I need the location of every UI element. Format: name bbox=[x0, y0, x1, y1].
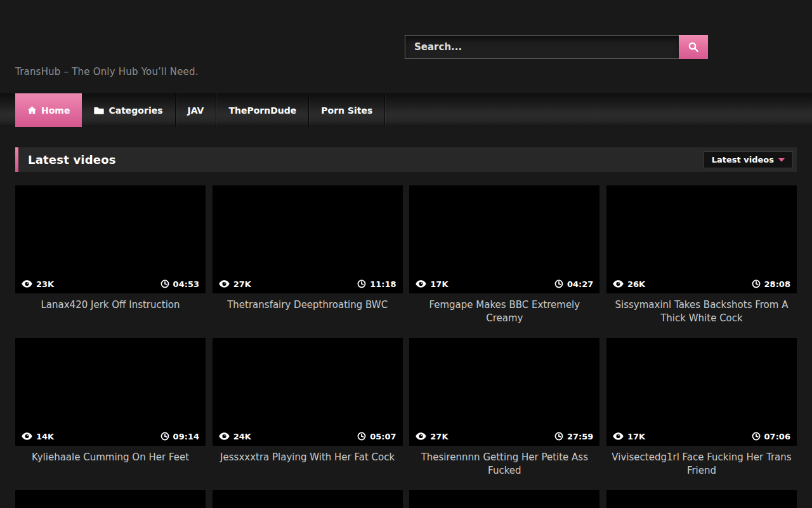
nav-item-label: JAV bbox=[188, 105, 204, 116]
video-title[interactable]: Sissymaxinl Takes Backshots From A Thick… bbox=[606, 298, 797, 325]
site-tagline: TransHub – The Only Hub You’ll Need. bbox=[15, 66, 199, 77]
eye-icon bbox=[22, 432, 32, 440]
video-duration: 04:53 bbox=[160, 279, 199, 289]
video-card[interactable] bbox=[213, 490, 403, 508]
clock-icon bbox=[160, 279, 169, 288]
video-views: 27K bbox=[219, 279, 251, 289]
video-card[interactable]: 27K 27:59 Thesirennnn Getting Her Petite… bbox=[409, 338, 599, 478]
home-icon bbox=[27, 105, 37, 115]
sort-dropdown-value: Latest videos bbox=[712, 155, 774, 164]
clock-icon bbox=[357, 432, 366, 441]
video-thumbnail[interactable]: 17K 04:27 bbox=[409, 185, 599, 293]
nav-item-home[interactable]: Home bbox=[15, 93, 82, 127]
nav-item-label: Categories bbox=[108, 105, 162, 116]
video-stats-bar: 14K 09:14 bbox=[15, 427, 206, 446]
video-views: 17K bbox=[613, 432, 645, 441]
video-card[interactable] bbox=[409, 490, 599, 508]
video-title[interactable]: Kyliehaale Cumming On Her Feet bbox=[15, 451, 206, 478]
nav-item-theporndude[interactable]: ThePornDude bbox=[216, 93, 309, 127]
eye-icon bbox=[219, 432, 230, 440]
video-duration: 09:14 bbox=[160, 432, 199, 441]
video-views: 23K bbox=[22, 279, 54, 289]
nav-item-categories[interactable]: Categories bbox=[82, 93, 175, 127]
video-thumbnail[interactable] bbox=[409, 490, 599, 508]
video-stats-bar: 23K 04:53 bbox=[15, 274, 206, 293]
video-title[interactable]: Thesirennnn Getting Her Petite Ass Fucke… bbox=[409, 451, 599, 478]
video-thumbnail[interactable]: 23K 04:53 bbox=[15, 185, 206, 293]
video-thumbnail[interactable] bbox=[15, 490, 206, 508]
clock-icon bbox=[357, 279, 366, 288]
sort-dropdown[interactable]: Latest videos bbox=[704, 151, 793, 168]
section-title: Latest videos bbox=[28, 153, 116, 166]
video-views: 17K bbox=[416, 279, 448, 289]
video-duration: 28:08 bbox=[752, 279, 790, 289]
video-title[interactable]: Thetransfairy Deepthroating BWC bbox=[213, 298, 403, 325]
video-title[interactable]: Jessxxxtra Playing With Her Fat Cock bbox=[213, 451, 403, 478]
video-views: 26K bbox=[613, 279, 645, 289]
eye-icon bbox=[613, 280, 624, 288]
video-card[interactable]: 27K 11:18 Thetransfairy Deepthroating BW… bbox=[213, 185, 403, 325]
video-stats-bar: 17K 04:27 bbox=[409, 274, 599, 293]
video-stats-bar: 27K 11:18 bbox=[213, 274, 403, 293]
video-thumbnail[interactable]: 27K 11:18 bbox=[213, 185, 403, 293]
video-thumbnail[interactable]: 24K 05:07 bbox=[213, 338, 403, 446]
search-button[interactable] bbox=[679, 35, 708, 59]
eye-icon bbox=[219, 280, 230, 288]
video-thumbnail[interactable]: 17K 07:06 bbox=[606, 338, 797, 446]
main-navigation: Home Categories JAV ThePornDude Porn Sit… bbox=[0, 93, 812, 127]
video-views: 27K bbox=[416, 432, 448, 441]
nav-item-label: ThePornDude bbox=[228, 105, 296, 116]
video-duration: 07:06 bbox=[752, 432, 790, 441]
search-bar bbox=[405, 35, 708, 59]
video-views: 14K bbox=[22, 432, 54, 441]
video-stats-bar: 26K 28:08 bbox=[606, 274, 797, 293]
video-card[interactable]: 17K 04:27 Femgape Makes BBC Extremely Cr… bbox=[409, 185, 599, 325]
video-title[interactable]: Lanax420 Jerk Off Instruction bbox=[15, 298, 206, 325]
eye-icon bbox=[613, 432, 624, 440]
section-header: Latest videos Latest videos bbox=[15, 147, 797, 172]
eye-icon bbox=[22, 280, 32, 288]
video-views: 24K bbox=[219, 432, 251, 441]
video-card[interactable]: 14K 09:14 Kyliehaale Cumming On Her Feet bbox=[15, 338, 206, 478]
eye-icon bbox=[416, 432, 426, 440]
nav-item-label: Home bbox=[41, 105, 70, 116]
video-thumbnail[interactable] bbox=[213, 490, 403, 508]
folder-icon bbox=[94, 106, 104, 115]
video-card[interactable]: 26K 28:08 Sissymaxinl Takes Backshots Fr… bbox=[606, 185, 797, 325]
section-accent-bar bbox=[15, 147, 18, 172]
video-title[interactable]: Vivisectedg1rl Face Fucking Her Trans Fr… bbox=[606, 451, 797, 478]
video-stats-bar: 17K 07:06 bbox=[606, 427, 797, 446]
video-duration: 11:18 bbox=[357, 279, 396, 289]
video-duration: 27:59 bbox=[554, 432, 593, 441]
search-icon bbox=[688, 41, 699, 53]
video-grid: 23K 04:53 Lanax420 Jerk Off Instruction bbox=[15, 185, 797, 508]
video-card[interactable]: 24K 05:07 Jessxxxtra Playing With Her Fa… bbox=[213, 338, 403, 478]
video-thumbnail[interactable]: 26K 28:08 bbox=[606, 185, 797, 293]
nav-item-jav[interactable]: JAV bbox=[176, 93, 217, 127]
chevron-down-icon bbox=[778, 158, 785, 162]
search-input[interactable] bbox=[405, 35, 679, 59]
video-title[interactable]: Femgape Makes BBC Extremely Creamy bbox=[409, 298, 599, 325]
nav-item-porn-sites[interactable]: Porn Sites bbox=[309, 93, 385, 127]
video-thumbnail[interactable]: 27K 27:59 bbox=[409, 338, 599, 446]
video-stats-bar: 27K 27:59 bbox=[409, 427, 599, 446]
video-thumbnail[interactable]: 14K 09:14 bbox=[15, 338, 206, 446]
video-duration: 04:27 bbox=[554, 279, 593, 289]
video-card[interactable] bbox=[15, 490, 206, 508]
clock-icon bbox=[554, 432, 563, 441]
clock-icon bbox=[160, 432, 169, 441]
clock-icon bbox=[752, 279, 761, 288]
eye-icon bbox=[416, 280, 426, 288]
video-stats-bar: 24K 05:07 bbox=[213, 427, 403, 446]
video-card[interactable]: 23K 04:53 Lanax420 Jerk Off Instruction bbox=[15, 185, 206, 325]
video-card[interactable]: 17K 07:06 Vivisectedg1rl Face Fucking He… bbox=[606, 338, 797, 478]
clock-icon bbox=[554, 279, 563, 288]
clock-icon bbox=[752, 432, 761, 441]
video-duration: 05:07 bbox=[357, 432, 396, 441]
video-thumbnail[interactable] bbox=[606, 490, 797, 508]
video-card[interactable] bbox=[606, 490, 797, 508]
nav-item-label: Porn Sites bbox=[321, 105, 372, 116]
